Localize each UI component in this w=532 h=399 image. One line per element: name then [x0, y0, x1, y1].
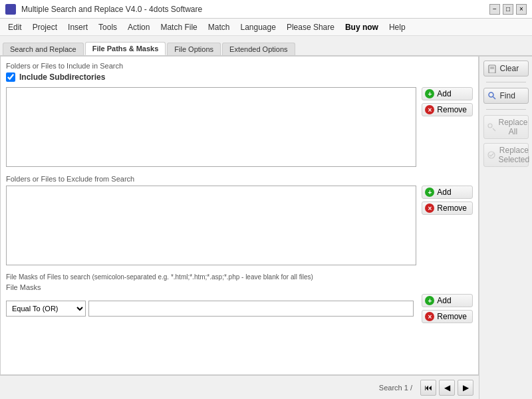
include-files-listbox[interactable]: [6, 87, 416, 167]
masks-remove-button[interactable]: × Remove: [422, 310, 473, 323]
title-bar: Multiple Search and Replace V4.0 - 4dots…: [0, 0, 532, 19]
main-layout: Folders or Files to Include in Search In…: [0, 56, 532, 399]
clear-label: Clear: [500, 64, 519, 73]
find-icon: [487, 90, 497, 101]
replace-all-label: Replace All: [499, 118, 528, 136]
include-list-row: + Add × Remove: [6, 87, 473, 167]
menu-help[interactable]: Help: [384, 21, 411, 33]
masks-btn-col: + Add × Remove: [422, 294, 473, 323]
svg-point-6: [488, 152, 495, 158]
tab-file-options[interactable]: File Options: [167, 43, 221, 55]
right-panel: Clear Find Replace All Replace Selected: [479, 56, 532, 399]
replace-selected-label: Replace Selected: [499, 146, 530, 164]
add-icon: +: [425, 89, 434, 98]
replace-all-button[interactable]: Replace All: [483, 115, 529, 139]
include-subdirectories-label: Include Subdirectories: [19, 72, 105, 82]
exclude-remove-button[interactable]: × Remove: [422, 201, 473, 215]
masks-hint: File Masks of Files to search (semicolon…: [6, 273, 473, 281]
menu-buynow[interactable]: Buy now: [340, 21, 384, 33]
menu-bar: Edit Project Insert Tools Action Match F…: [0, 19, 532, 36]
find-label: Find: [500, 91, 515, 100]
masks-label: File Masks: [6, 283, 473, 291]
add-icon-2: +: [425, 188, 434, 197]
content-area: Folders or Files to Include in Search In…: [0, 56, 479, 375]
tab-extended-options[interactable]: Extended Options: [222, 43, 295, 55]
tab-file-paths[interactable]: File Paths & Masks: [85, 42, 166, 55]
app-title: Multiple Search and Replace V4.0 - 4dots…: [21, 5, 202, 14]
clear-button[interactable]: Clear: [483, 61, 529, 76]
svg-point-5: [488, 124, 492, 128]
bottom-nav: Search 1 / ⏮ ◀ ▶: [0, 375, 479, 399]
exclude-add-button[interactable]: + Add: [422, 186, 473, 199]
include-subdirectories-row: Include Subdirectories: [6, 72, 473, 82]
maximize-button[interactable]: □: [503, 4, 513, 15]
include-remove-button[interactable]: × Remove: [422, 103, 473, 116]
replace-all-icon: [487, 122, 496, 132]
close-button[interactable]: ×: [516, 4, 527, 15]
separator-2: [486, 109, 526, 110]
menu-edit[interactable]: Edit: [3, 21, 27, 33]
replace-selected-icon: [487, 150, 496, 160]
menu-language[interactable]: Language: [235, 21, 281, 33]
minimize-button[interactable]: −: [489, 4, 500, 15]
exclude-btn-col: + Add × Remove: [422, 186, 473, 215]
svg-line-4: [493, 97, 495, 100]
menu-matchfile[interactable]: Match File: [155, 21, 202, 33]
app-icon: [5, 4, 16, 15]
svg-rect-0: [489, 65, 495, 73]
exclude-section: Folders or Files to Exclude from Search …: [6, 175, 473, 265]
menu-tools[interactable]: Tools: [93, 21, 122, 33]
window-controls: − □ ×: [489, 4, 527, 15]
include-add-button[interactable]: + Add: [422, 87, 473, 100]
replace-selected-button[interactable]: Replace Selected: [483, 143, 529, 167]
remove-icon: ×: [425, 105, 434, 114]
masks-input[interactable]: [88, 301, 414, 317]
menu-action[interactable]: Action: [122, 21, 155, 33]
menu-pleaseshare[interactable]: Please Share: [281, 21, 340, 33]
clear-icon: [487, 63, 497, 74]
masks-operator-select[interactable]: Equal To (OR): [6, 301, 86, 317]
separator-1: [486, 82, 526, 82]
menu-match[interactable]: Match: [203, 21, 235, 33]
include-section: Folders or Files to Include in Search In…: [6, 62, 473, 167]
include-subdirectories-checkbox[interactable]: [6, 72, 15, 82]
exclude-list-row: + Add × Remove: [6, 186, 473, 265]
tab-search-replace[interactable]: Search and Replace: [3, 43, 84, 55]
menu-insert[interactable]: Insert: [63, 21, 93, 33]
masks-row: Equal To (OR) + Add × Remove: [6, 294, 473, 323]
nav-first-button[interactable]: ⏮: [420, 380, 436, 396]
menu-project[interactable]: Project: [27, 21, 63, 33]
add-icon-3: +: [425, 296, 434, 305]
include-section-label: Folders or Files to Include in Search: [6, 62, 473, 70]
include-btn-col: + Add × Remove: [422, 87, 473, 116]
nav-next-button[interactable]: ▶: [458, 380, 473, 396]
masks-section: File Masks of Files to search (semicolon…: [6, 273, 473, 323]
search-info: Search 1 /: [379, 384, 412, 392]
exclude-section-label: Folders or Files to Exclude from Search: [6, 175, 473, 183]
content-wrapper: Folders or Files to Include in Search In…: [0, 56, 479, 399]
remove-icon-2: ×: [425, 203, 434, 213]
exclude-files-listbox[interactable]: [6, 186, 416, 265]
remove-icon-3: ×: [425, 312, 434, 321]
tab-bar: Search and Replace File Paths & Masks Fi…: [0, 36, 532, 56]
nav-prev-button[interactable]: ◀: [439, 380, 455, 396]
masks-add-button[interactable]: + Add: [422, 294, 473, 307]
svg-point-3: [489, 92, 493, 97]
find-button[interactable]: Find: [483, 88, 529, 104]
